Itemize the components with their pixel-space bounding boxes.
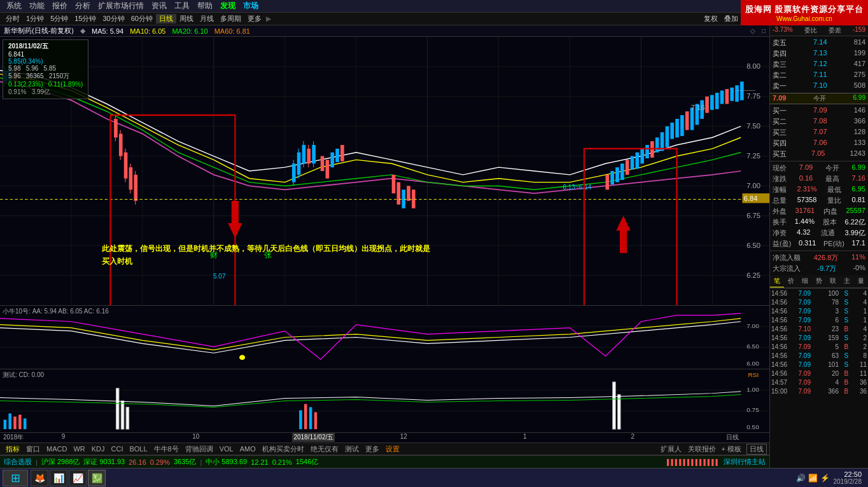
rp-tab-zhu[interactable]: 主 [840,275,854,287]
ob-sell2-row: 卖二 7.11 275 [771,70,867,81]
bt-template[interactable]: + 模板 [719,444,744,454]
tb-fen[interactable]: 分时 [3,14,23,24]
start-button[interactable]: ⊞ [3,470,28,486]
right-panel-tabs: 笔 价 细 势 联 主 量 [770,275,868,288]
taskbar-app4[interactable]: 💹 [88,470,106,486]
btab-jue[interactable]: 绝无仅有 [307,444,342,454]
tb-60min[interactable]: 60分钟 [128,14,156,24]
si-ratio-label: 量比 [827,196,841,205]
trade-num: 4 [857,290,867,297]
menu-expand[interactable]: 扩展市场行情 [94,1,148,11]
svg-rect-50 [397,182,401,205]
svg-rect-51 [402,189,405,208]
btab-amo[interactable]: AMO [237,445,259,453]
status-bar: 综合选股 | 沪深 2988亿 深证 9031.93 26.16 0.29% 3… [0,455,769,468]
si-turnover-val: 1.44% [795,217,815,227]
rp-tab-lian[interactable]: 联 [826,275,840,287]
sb-shenzhen-station[interactable]: 深圳行情主站 [724,457,766,467]
trade-num: 2 [857,334,867,341]
btab-kdj[interactable]: KDJ [88,445,108,453]
btab-chuangkou[interactable]: 窗口 [23,444,43,454]
tb-diejia[interactable]: 叠加 [721,14,741,24]
rp-tab-liang[interactable]: 量 [854,275,868,287]
svg-rect-113 [116,388,118,429]
trade-row: 14:56 7.09 63 S 8 [770,351,868,360]
btab-jigou[interactable]: 机构买卖分时 [259,444,307,454]
trade-price: 7.09 [799,370,818,377]
ob-change-pct: -3.73% [773,26,793,35]
ob-sell4-vol: 199 [854,49,865,58]
taskbar-clock: 22:50 2019/2/28 [830,470,866,485]
svg-rect-108 [4,420,6,429]
tb-15min[interactable]: 15分钟 [71,14,99,24]
top-menu-bar: 系统 功能 报价 分析 扩展市场行情 资讯 工具 帮助 发现 市场 通达信金融终… [0,0,868,13]
btab-ceshi[interactable]: 测试 [342,444,362,454]
trade-vol: 5 [823,343,839,350]
btab-vol[interactable]: VOL [216,445,237,453]
indicator2-area: 测试: CD: 0.00 [0,369,769,432]
menu-analysis[interactable]: 分析 [71,1,94,11]
trade-type: B [844,379,852,386]
si-outer-label: 外盘 [773,207,787,216]
si-shares-val: 6.22亿 [845,217,865,227]
si-turnover-label: 换手 [773,217,787,227]
clock-date: 2019/2/28 [834,478,862,485]
taskbar-app3[interactable]: 📈 [69,470,87,486]
btab-macd[interactable]: MACD [43,445,70,453]
rp-tab-xi[interactable]: 细 [798,275,812,287]
tb-daily[interactable]: 日线 [156,14,176,24]
tb-more[interactable]: 更多 [244,14,265,24]
tb-fuquan[interactable]: 复权 [701,14,721,24]
trade-time: 14:56 [771,299,793,306]
menu-help[interactable]: 帮助 [193,1,216,11]
tb-30min[interactable]: 30分钟 [100,14,128,24]
menu-system[interactable]: 系统 [3,1,25,11]
main-kline-area[interactable]: 8.00 7.75 7.50 7.25 7.00 6.75 6.50 6.25 … [0,37,769,305]
taskbar-app2[interactable]: 📊 [50,470,67,486]
trade-type: B [844,388,852,395]
menu-discover[interactable]: 发现 [216,1,239,11]
content-area: 新华制药(日线-前复权) ◆ MA5: 5.94 MA10: 6.05 MA20… [0,25,868,468]
trade-time: 14:57 [771,379,793,386]
rp-tab-shi[interactable]: 势 [812,275,826,287]
menu-tools[interactable]: 工具 [171,1,193,11]
rp-tab-jia[interactable]: 价 [784,275,798,287]
sb-zonghe[interactable]: 综合选股 [4,457,32,467]
menu-function[interactable]: 功能 [25,1,48,11]
tb-monthly[interactable]: 月线 [197,14,217,24]
btab-more2[interactable]: 更多 [362,444,382,454]
rp-tab-bi[interactable]: 笔 [770,275,784,287]
info-vals4: 0.91% 3.99亿 [8,88,83,97]
ob-buy4-vol: 133 [854,139,865,148]
ob-sell2-vol: 275 [854,71,865,80]
btab-shezhi[interactable]: 设置 [382,444,403,454]
svg-rect-114 [121,401,123,430]
tb-5min[interactable]: 5分钟 [47,14,71,24]
btab-wr[interactable]: WR [70,445,88,453]
tb-multi[interactable]: 多周期 [217,14,244,24]
tb-1min[interactable]: 1分钟 [23,14,47,24]
si-low-label: 最低 [827,185,841,195]
trade-num: 4 [857,326,867,333]
btab-kuozhang[interactable]: 扩展人 [657,444,685,454]
trade-row: 15:00 7.09 366 B 36 [770,387,868,395]
svg-rect-32 [134,175,137,201]
btab-guanlian[interactable]: 关联报价 [685,444,719,454]
btab-zhibiao[interactable]: 指标 [3,444,23,454]
taskbar-app1[interactable]: 🦊 [31,470,48,486]
si-current-price: 7.09 [799,163,813,173]
svg-rect-60 [636,153,640,169]
btab-cci[interactable]: CCI [108,445,127,453]
ob-current-price-row: 7.09 今开 6.99 [770,93,868,104]
tb-weekly[interactable]: 周线 [176,14,197,24]
menu-news[interactable]: 资讯 [148,1,171,11]
btab-beichi[interactable]: 背驰回调 [182,444,216,454]
time-axis: 2018年 9 10 2018/11/02/五 12 1 2 日线 [0,432,769,442]
tb-sep1: ▶ [265,15,272,23]
menu-quote[interactable]: 报价 [48,1,71,11]
btab-boll[interactable]: BOLL [126,445,150,453]
menu-market[interactable]: 市场 [239,1,262,11]
ma5-label: MA5: 5.94 [92,27,123,35]
trade-row: 14:56 7.09 100 S 4 [770,289,868,298]
btab-niuniu[interactable]: 牛牛8号 [151,444,182,454]
